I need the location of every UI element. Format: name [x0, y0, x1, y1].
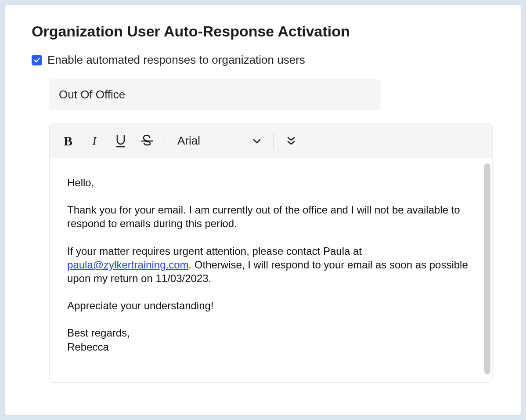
body-paragraph-2: If your matter requires urgent attention…: [67, 244, 475, 286]
subject-value: Out Of Office: [59, 88, 125, 101]
enable-checkbox-label: Enable automated responses to organizati…: [47, 53, 305, 67]
strikethrough-icon: [141, 135, 154, 147]
body-paragraph-3: Appreciate your understanding!: [67, 299, 475, 312]
chevron-down-icon: [253, 138, 261, 144]
strikethrough-button[interactable]: [134, 128, 160, 154]
underline-button[interactable]: [108, 128, 134, 154]
font-family-value: Arial: [177, 134, 200, 148]
body-greeting: Hello,: [67, 176, 475, 189]
toolbar-separator: [165, 132, 165, 150]
body-signature: Rebecca: [67, 340, 475, 354]
message-editor: B I Arial: [49, 123, 493, 383]
settings-panel: Organization User Auto-Response Activati…: [4, 4, 522, 416]
underline-icon: [115, 134, 126, 148]
contact-email-link[interactable]: paula@zylkertraining.com: [67, 259, 188, 271]
font-family-select[interactable]: Arial: [169, 128, 269, 154]
more-options-button[interactable]: [278, 128, 304, 154]
enable-checkbox-row: Enable automated responses to organizati…: [32, 53, 494, 67]
editor-scrollbar[interactable]: [484, 163, 490, 374]
page-title: Organization User Auto-Response Activati…: [32, 23, 494, 40]
toolbar-separator: [273, 132, 274, 150]
subject-input[interactable]: Out Of Office: [49, 79, 381, 110]
checkmark-icon: [33, 57, 40, 64]
enable-checkbox[interactable]: [32, 55, 42, 65]
double-chevron-down-icon: [287, 136, 295, 146]
italic-button[interactable]: I: [81, 128, 108, 154]
bold-button[interactable]: B: [55, 128, 81, 154]
body-closing: Best regards,: [67, 326, 475, 340]
editor-toolbar: B I Arial: [50, 124, 492, 158]
editor-content[interactable]: Hello, Thank you for your email. I am cu…: [50, 158, 492, 382]
body-paragraph-1: Thank you for your email. I am currently…: [67, 203, 475, 230]
